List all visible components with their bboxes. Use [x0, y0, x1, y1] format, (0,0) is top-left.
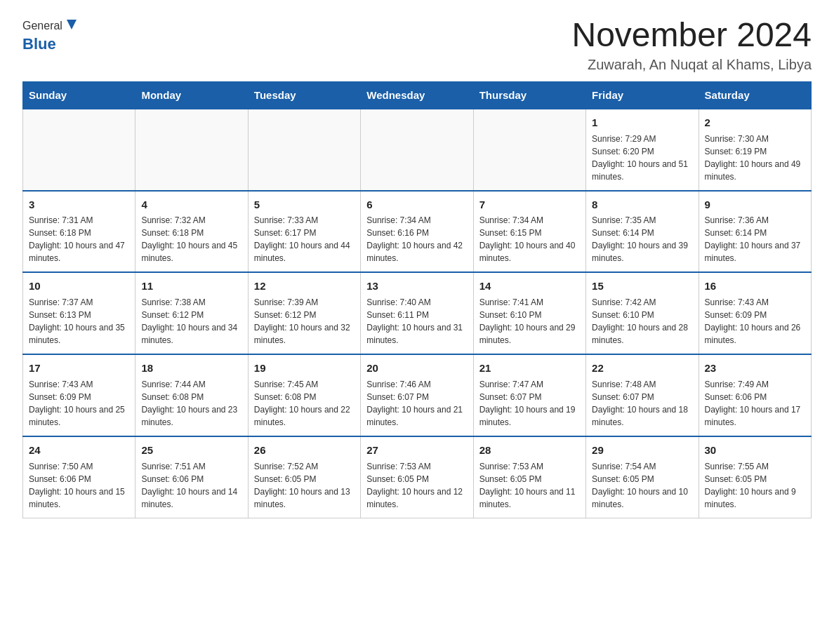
logo-general-text: General — [22, 20, 62, 32]
day-info: Sunrise: 7:34 AMSunset: 6:16 PMDaylight:… — [366, 214, 467, 264]
day-number: 27 — [366, 443, 467, 458]
month-title: November 2024 — [571, 17, 812, 54]
calendar-cell: 17Sunrise: 7:43 AMSunset: 6:09 PMDayligh… — [23, 354, 135, 436]
calendar-cell: 16Sunrise: 7:43 AMSunset: 6:09 PMDayligh… — [699, 272, 811, 354]
day-number: 6 — [366, 197, 467, 213]
weekday-header-friday: Friday — [586, 81, 699, 109]
day-number: 20 — [366, 361, 467, 376]
day-number: 13 — [366, 279, 467, 294]
day-info: Sunrise: 7:54 AMSunset: 6:05 PMDaylight:… — [592, 460, 692, 511]
day-number: 28 — [479, 443, 580, 458]
calendar-cell: 15Sunrise: 7:42 AMSunset: 6:10 PMDayligh… — [586, 272, 699, 354]
calendar-cell: 23Sunrise: 7:49 AMSunset: 6:06 PMDayligh… — [699, 354, 811, 436]
day-info: Sunrise: 7:44 AMSunset: 6:08 PMDaylight:… — [141, 378, 241, 429]
day-number: 11 — [141, 279, 241, 294]
day-info: Sunrise: 7:34 AMSunset: 6:15 PMDaylight:… — [479, 214, 580, 264]
calendar-cell: 27Sunrise: 7:53 AMSunset: 6:05 PMDayligh… — [361, 436, 473, 518]
day-number: 21 — [479, 361, 580, 376]
calendar-cell: 11Sunrise: 7:38 AMSunset: 6:12 PMDayligh… — [135, 272, 248, 354]
calendar-cell — [473, 109, 585, 191]
day-info: Sunrise: 7:55 AMSunset: 6:05 PMDaylight:… — [705, 460, 805, 511]
calendar-table: SundayMondayTuesdayWednesdayThursdayFrid… — [22, 81, 812, 518]
calendar-header-row: SundayMondayTuesdayWednesdayThursdayFrid… — [23, 81, 812, 109]
logo-blue-text: Blue — [22, 35, 56, 53]
day-number: 14 — [479, 279, 580, 294]
day-number: 1 — [592, 115, 692, 130]
day-info: Sunrise: 7:49 AMSunset: 6:06 PMDaylight:… — [705, 378, 805, 429]
day-info: Sunrise: 7:45 AMSunset: 6:08 PMDaylight:… — [254, 378, 355, 429]
day-number: 26 — [254, 443, 355, 458]
day-number: 25 — [141, 443, 241, 458]
calendar-cell: 19Sunrise: 7:45 AMSunset: 6:08 PMDayligh… — [248, 354, 360, 436]
day-info: Sunrise: 7:30 AMSunset: 6:19 PMDaylight:… — [705, 133, 805, 183]
title-section: November 2024 Zuwarah, An Nuqat al Khams… — [571, 17, 812, 73]
calendar-cell: 14Sunrise: 7:41 AMSunset: 6:10 PMDayligh… — [473, 272, 585, 354]
weekday-header-sunday: Sunday — [23, 81, 135, 109]
day-info: Sunrise: 7:50 AMSunset: 6:06 PMDaylight:… — [29, 460, 129, 511]
day-info: Sunrise: 7:36 AMSunset: 6:14 PMDaylight:… — [705, 214, 805, 264]
day-number: 30 — [705, 443, 805, 458]
svg-marker-0 — [67, 20, 77, 29]
day-info: Sunrise: 7:48 AMSunset: 6:07 PMDaylight:… — [592, 378, 692, 429]
day-number: 24 — [29, 443, 129, 458]
day-number: 18 — [141, 361, 241, 376]
day-info: Sunrise: 7:53 AMSunset: 6:05 PMDaylight:… — [479, 460, 580, 511]
calendar-cell: 6Sunrise: 7:34 AMSunset: 6:16 PMDaylight… — [361, 191, 473, 273]
day-number: 15 — [592, 279, 692, 294]
day-info: Sunrise: 7:53 AMSunset: 6:05 PMDaylight:… — [366, 460, 467, 511]
calendar-cell: 24Sunrise: 7:50 AMSunset: 6:06 PMDayligh… — [23, 436, 135, 518]
logo: General Blue — [22, 17, 79, 53]
page-header: General Blue November 2024 Zuwarah, An N… — [22, 17, 812, 73]
logo-triangle-icon — [64, 17, 79, 32]
calendar-week-1: 1Sunrise: 7:29 AMSunset: 6:20 PMDaylight… — [23, 109, 812, 191]
day-number: 3 — [29, 197, 129, 213]
calendar-cell — [248, 109, 360, 191]
day-info: Sunrise: 7:38 AMSunset: 6:12 PMDaylight:… — [141, 296, 241, 347]
day-info: Sunrise: 7:51 AMSunset: 6:06 PMDaylight:… — [141, 460, 241, 511]
calendar-cell: 3Sunrise: 7:31 AMSunset: 6:18 PMDaylight… — [23, 191, 135, 273]
weekday-header-thursday: Thursday — [473, 81, 585, 109]
weekday-header-wednesday: Wednesday — [361, 81, 473, 109]
calendar-cell: 2Sunrise: 7:30 AMSunset: 6:19 PMDaylight… — [699, 109, 811, 191]
calendar-cell: 25Sunrise: 7:51 AMSunset: 6:06 PMDayligh… — [135, 436, 248, 518]
day-number: 19 — [254, 361, 355, 376]
calendar-cell: 1Sunrise: 7:29 AMSunset: 6:20 PMDaylight… — [586, 109, 699, 191]
day-info: Sunrise: 7:52 AMSunset: 6:05 PMDaylight:… — [254, 460, 355, 511]
calendar-week-4: 17Sunrise: 7:43 AMSunset: 6:09 PMDayligh… — [23, 354, 812, 436]
calendar-cell: 28Sunrise: 7:53 AMSunset: 6:05 PMDayligh… — [473, 436, 585, 518]
day-info: Sunrise: 7:40 AMSunset: 6:11 PMDaylight:… — [366, 296, 467, 347]
calendar-cell — [361, 109, 473, 191]
day-info: Sunrise: 7:35 AMSunset: 6:14 PMDaylight:… — [592, 214, 692, 264]
calendar-cell — [23, 109, 135, 191]
day-info: Sunrise: 7:43 AMSunset: 6:09 PMDaylight:… — [705, 296, 805, 347]
day-info: Sunrise: 7:32 AMSunset: 6:18 PMDaylight:… — [141, 214, 241, 264]
day-number: 23 — [705, 361, 805, 376]
day-info: Sunrise: 7:33 AMSunset: 6:17 PMDaylight:… — [254, 214, 355, 264]
day-info: Sunrise: 7:46 AMSunset: 6:07 PMDaylight:… — [366, 378, 467, 429]
day-info: Sunrise: 7:29 AMSunset: 6:20 PMDaylight:… — [592, 133, 692, 183]
day-number: 12 — [254, 279, 355, 294]
calendar-cell: 7Sunrise: 7:34 AMSunset: 6:15 PMDaylight… — [473, 191, 585, 273]
day-number: 16 — [705, 279, 805, 294]
calendar-cell: 30Sunrise: 7:55 AMSunset: 6:05 PMDayligh… — [699, 436, 811, 518]
calendar-cell — [135, 109, 248, 191]
day-number: 22 — [592, 361, 692, 376]
calendar-week-3: 10Sunrise: 7:37 AMSunset: 6:13 PMDayligh… — [23, 272, 812, 354]
weekday-header-tuesday: Tuesday — [248, 81, 360, 109]
calendar-cell: 10Sunrise: 7:37 AMSunset: 6:13 PMDayligh… — [23, 272, 135, 354]
calendar-cell: 18Sunrise: 7:44 AMSunset: 6:08 PMDayligh… — [135, 354, 248, 436]
calendar-cell: 26Sunrise: 7:52 AMSunset: 6:05 PMDayligh… — [248, 436, 360, 518]
day-info: Sunrise: 7:42 AMSunset: 6:10 PMDaylight:… — [592, 296, 692, 347]
calendar-cell: 22Sunrise: 7:48 AMSunset: 6:07 PMDayligh… — [586, 354, 699, 436]
day-number: 17 — [29, 361, 129, 376]
day-number: 7 — [479, 197, 580, 213]
calendar-cell: 9Sunrise: 7:36 AMSunset: 6:14 PMDaylight… — [699, 191, 811, 273]
day-info: Sunrise: 7:39 AMSunset: 6:12 PMDaylight:… — [254, 296, 355, 347]
calendar-cell: 20Sunrise: 7:46 AMSunset: 6:07 PMDayligh… — [361, 354, 473, 436]
day-number: 9 — [705, 197, 805, 213]
day-info: Sunrise: 7:43 AMSunset: 6:09 PMDaylight:… — [29, 378, 129, 429]
day-number: 4 — [141, 197, 241, 213]
day-number: 8 — [592, 197, 692, 213]
day-info: Sunrise: 7:47 AMSunset: 6:07 PMDaylight:… — [479, 378, 580, 429]
day-number: 2 — [705, 115, 805, 130]
